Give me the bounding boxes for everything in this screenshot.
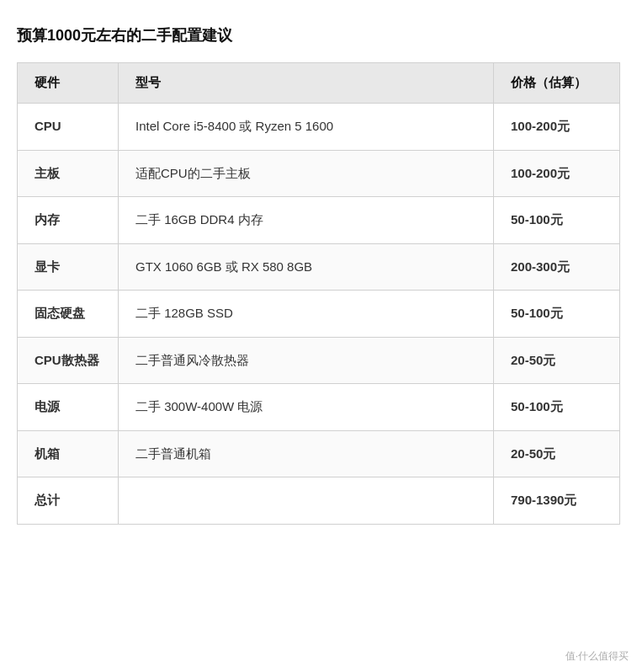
cell-hardware: 固态硬盘: [18, 291, 119, 338]
cell-model: 二手普通机箱: [119, 430, 494, 477]
table-row: CPU散热器二手普通风冷散热器20-50元: [18, 337, 620, 384]
cell-price: 100-200元: [494, 150, 620, 197]
cell-price: 50-100元: [494, 384, 620, 431]
cell-hardware: CPU散热器: [18, 337, 119, 384]
cell-model: 二手 16GB DDR4 内存: [119, 197, 494, 244]
cell-price: 100-200元: [494, 104, 620, 151]
cell-model: Intel Core i5-8400 或 Ryzen 5 1600: [119, 104, 494, 151]
table-row: 电源二手 300W-400W 电源50-100元: [18, 384, 620, 431]
table-row: 内存二手 16GB DDR4 内存50-100元: [18, 197, 620, 244]
table-header-row: 硬件 型号 价格（估算）: [18, 63, 620, 104]
table-row: 显卡GTX 1060 6GB 或 RX 580 8GB200-300元: [18, 243, 620, 291]
cell-total-price: 790-1390元: [494, 477, 620, 525]
cell-model: 适配CPU的二手主板: [119, 150, 494, 197]
cell-price: 50-100元: [494, 197, 620, 244]
cell-model: 二手普通风冷散热器: [119, 337, 494, 384]
cell-hardware: 显卡: [18, 243, 119, 291]
config-table: 硬件 型号 价格（估算） CPUIntel Core i5-8400 或 Ryz…: [17, 62, 620, 525]
header-model: 型号: [119, 63, 494, 104]
header-price: 价格（估算）: [494, 63, 620, 104]
cell-hardware: 电源: [18, 384, 119, 431]
cell-hardware: 主板: [18, 150, 119, 197]
cell-hardware: 机箱: [18, 430, 119, 477]
cell-model: 二手 128GB SSD: [119, 291, 494, 338]
table-row: 机箱二手普通机箱20-50元: [18, 430, 620, 477]
watermark: 值·什么值得买: [565, 649, 629, 664]
cell-price: 50-100元: [494, 291, 620, 338]
cell-hardware: 内存: [18, 197, 119, 244]
cell-hardware: CPU: [18, 104, 119, 151]
cell-price: 200-300元: [494, 243, 620, 291]
cell-price: 20-50元: [494, 430, 620, 477]
cell-price: 20-50元: [494, 337, 620, 384]
page-title: 预算1000元左右的二手配置建议: [17, 25, 620, 45]
cell-total-model: [119, 477, 494, 525]
cell-model: 二手 300W-400W 电源: [119, 384, 494, 431]
table-total-row: 总计790-1390元: [18, 477, 620, 525]
header-hardware: 硬件: [18, 63, 119, 104]
table-row: CPUIntel Core i5-8400 或 Ryzen 5 1600100-…: [18, 104, 620, 151]
table-row: 主板适配CPU的二手主板100-200元: [18, 150, 620, 197]
cell-model: GTX 1060 6GB 或 RX 580 8GB: [119, 243, 494, 291]
table-row: 固态硬盘二手 128GB SSD50-100元: [18, 291, 620, 338]
cell-total-label: 总计: [18, 477, 119, 525]
